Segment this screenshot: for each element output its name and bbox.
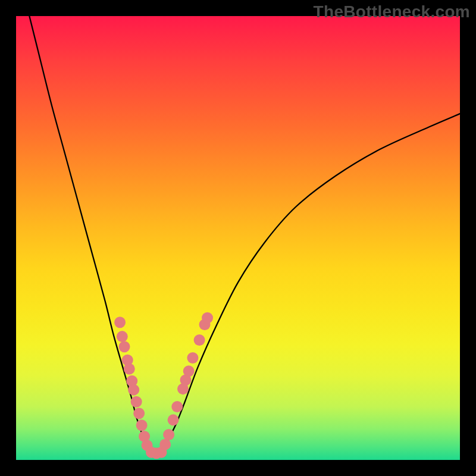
data-point xyxy=(124,364,135,375)
data-point xyxy=(133,408,145,419)
data-point xyxy=(114,317,126,328)
data-point xyxy=(159,439,171,450)
data-point xyxy=(168,414,179,425)
data-point xyxy=(131,396,142,408)
data-point xyxy=(163,429,174,440)
data-point xyxy=(117,331,128,342)
data-point xyxy=(171,401,183,412)
watermark-text: TheBottleneck.com xyxy=(314,2,470,21)
chart-svg xyxy=(16,16,460,460)
plot-area xyxy=(16,16,460,460)
data-point xyxy=(119,341,130,352)
data-point xyxy=(202,312,213,324)
data-point xyxy=(187,352,198,364)
data-point xyxy=(183,365,195,377)
bottleneck-curve xyxy=(29,16,460,456)
data-point xyxy=(136,419,148,431)
chart-frame: TheBottleneck.com xyxy=(0,0,476,476)
data-point xyxy=(128,384,139,396)
data-points-group xyxy=(114,312,213,459)
data-point xyxy=(194,334,205,346)
